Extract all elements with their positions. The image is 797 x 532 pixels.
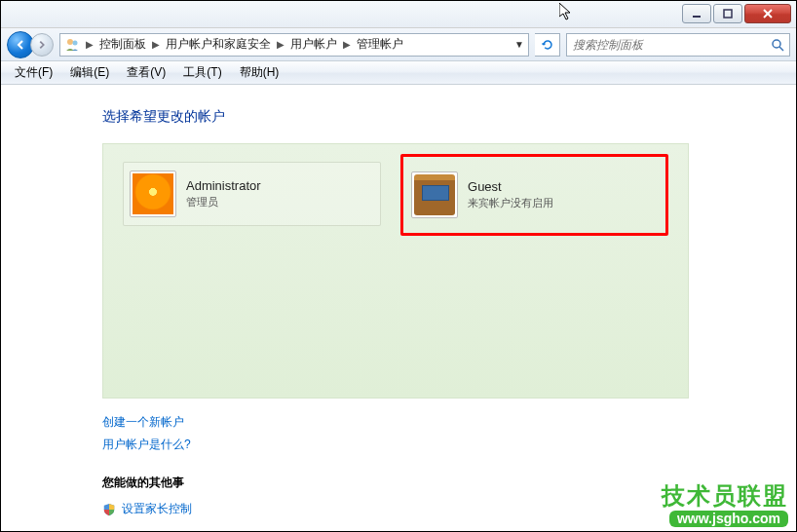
create-account-link[interactable]: 创建一个新帐户: [102, 414, 796, 431]
account-subtitle: 来宾帐户没有启用: [468, 196, 553, 210]
breadcrumb-dropdown[interactable]: ▼: [511, 39, 528, 50]
chevron-right-icon: ▶: [275, 39, 286, 50]
account-name: Guest: [468, 179, 553, 194]
maximize-button[interactable]: [713, 4, 742, 23]
titlebar: [1, 1, 796, 28]
forward-button[interactable]: [30, 33, 54, 57]
account-name: Administrator: [186, 178, 261, 193]
content-area: 选择希望更改的帐户 Administrator 管理员 Guest 来宾帐户没有…: [1, 85, 796, 531]
control-panel-window: ▶ 控制面板 ▶ 用户帐户和家庭安全 ▶ 用户帐户 ▶ 管理帐户 ▼ 文件(F)…: [1, 1, 796, 531]
accounts-panel: Administrator 管理员 Guest 来宾帐户没有启用: [102, 143, 689, 399]
svg-line-7: [779, 47, 783, 51]
account-subtitle: 管理员: [186, 195, 261, 209]
svg-rect-1: [724, 10, 732, 18]
breadcrumb-item[interactable]: 控制面板: [95, 36, 150, 53]
breadcrumb-item[interactable]: 用户帐户和家庭安全: [162, 36, 275, 53]
menu-tools[interactable]: 工具(T): [175, 62, 229, 83]
chevron-right-icon: ▶: [150, 39, 162, 50]
svg-point-4: [67, 39, 73, 45]
breadcrumb-item[interactable]: 管理帐户: [353, 36, 407, 53]
links: 创建一个新帐户 用户帐户是什么?: [102, 414, 796, 453]
minimize-button[interactable]: [682, 4, 711, 23]
page-heading: 选择希望更改的帐户: [102, 108, 796, 126]
account-text: Guest 来宾帐户没有启用: [468, 179, 553, 210]
menu-view[interactable]: 查看(V): [119, 62, 173, 83]
svg-point-5: [73, 40, 78, 45]
whatis-account-link[interactable]: 用户帐户是什么?: [102, 437, 796, 453]
section-title: 您能做的其他事: [102, 475, 796, 491]
search-box[interactable]: [566, 33, 790, 57]
breadcrumb-item[interactable]: 用户帐户: [286, 36, 341, 53]
parental-controls-link[interactable]: 设置家长控制: [102, 501, 796, 517]
menu-edit[interactable]: 编辑(E): [62, 62, 117, 83]
breadcrumb[interactable]: ▶ 控制面板 ▶ 用户帐户和家庭安全 ▶ 用户帐户 ▶ 管理帐户 ▼: [59, 33, 529, 57]
menu-help[interactable]: 帮助(H): [232, 62, 287, 83]
shield-icon: [102, 503, 116, 516]
chevron-right-icon: ▶: [84, 39, 95, 50]
suitcase-icon: [414, 174, 455, 215]
account-text: Administrator 管理员: [186, 178, 261, 209]
menu-file[interactable]: 文件(F): [7, 62, 60, 83]
parental-controls-label: 设置家长控制: [122, 501, 192, 517]
menubar: 文件(F) 编辑(E) 查看(V) 工具(T) 帮助(H): [1, 61, 796, 85]
refresh-button[interactable]: [535, 33, 560, 57]
account-administrator[interactable]: Administrator 管理员: [123, 162, 381, 226]
chevron-right-icon: ▶: [341, 39, 353, 50]
search-input[interactable]: [567, 38, 766, 52]
user-accounts-icon: [62, 35, 82, 55]
close-button[interactable]: [744, 4, 791, 23]
account-guest[interactable]: Guest 来宾帐户没有启用: [400, 154, 668, 236]
address-bar-row: ▶ 控制面板 ▶ 用户帐户和家庭安全 ▶ 用户帐户 ▶ 管理帐户 ▼: [1, 28, 796, 61]
avatar: [130, 171, 176, 217]
nav-buttons: [7, 31, 54, 58]
avatar: [411, 171, 458, 218]
svg-point-6: [773, 40, 780, 48]
flower-icon: [133, 173, 173, 214]
search-icon[interactable]: [766, 38, 789, 52]
